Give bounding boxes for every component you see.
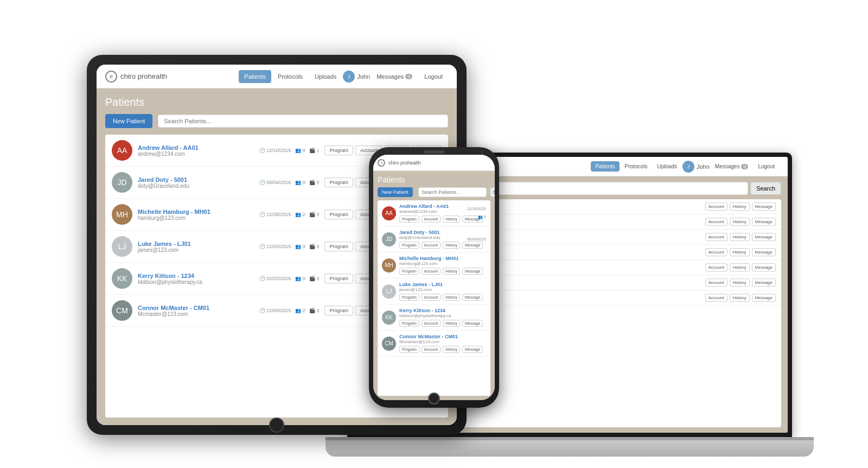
phone-program-btn-3[interactable]: Program (399, 268, 419, 275)
tablet-program-btn-1[interactable]: Program (324, 146, 353, 155)
laptop-nav-user: J John (682, 161, 710, 173)
laptop-row7-message-btn[interactable]: Message (752, 294, 776, 302)
tablet-search-input[interactable] (158, 115, 448, 128)
laptop-row7-account-btn[interactable]: Account (705, 294, 727, 302)
laptop-row1-account-btn[interactable]: Account (705, 203, 727, 211)
phone-patient-name-6[interactable]: Connor McMaster - CM01 (399, 334, 486, 339)
phone-message-btn-6[interactable]: Message (462, 346, 483, 353)
laptop-nav-patients[interactable]: Patients (591, 161, 619, 172)
phone-avatar-6: CM (382, 337, 396, 351)
phone-program-btn-1[interactable]: Program (399, 216, 419, 223)
tablet-program-btn-2[interactable]: Program (324, 178, 353, 187)
phone-patient-name-3[interactable]: Michelle Hamburg - MH01 (399, 256, 486, 261)
phone-search-btn[interactable]: Search (490, 187, 495, 197)
laptop-row5-account-btn[interactable]: Account (705, 263, 727, 271)
tablet-nav-uploads[interactable]: Uploads (309, 70, 342, 83)
tablet-patient-name-1[interactable]: Andrew Allard - AA01 (138, 144, 254, 151)
phone-patient-name-1[interactable]: Andrew Allard - AA01 (399, 204, 464, 209)
tablet-videos-3: 🎬 0 (309, 212, 319, 217)
tablet-new-patient-btn[interactable]: New Patient (105, 114, 152, 128)
tablet-home-button[interactable] (269, 418, 284, 433)
phone-history-btn-2[interactable]: History (443, 242, 460, 249)
laptop-row3-account-btn[interactable]: Account (705, 233, 727, 241)
phone-history-btn-5[interactable]: History (443, 320, 460, 327)
laptop-row6-account-btn[interactable]: Account (705, 279, 727, 287)
laptop-row1-history-btn[interactable]: History (730, 203, 750, 211)
phone-program-btn-4[interactable]: Program (399, 294, 419, 301)
tablet-program-btn-3[interactable]: Program (324, 210, 353, 219)
phone-patient-name-4[interactable]: Luke James - LJ01 (399, 282, 486, 287)
tablet-messages[interactable]: Messages 0 (371, 70, 418, 83)
tablet-user-name: John (357, 73, 370, 80)
tablet-logout[interactable]: Logout (419, 70, 448, 83)
laptop-row3-message-btn[interactable]: Message (752, 233, 776, 241)
phone-account-btn-4[interactable]: Account (422, 294, 441, 301)
tablet-users-5: 👥 0 (295, 276, 305, 281)
laptop-messages[interactable]: Messages 0 (711, 161, 753, 172)
phone-history-btn-1[interactable]: History (443, 216, 460, 223)
phone-history-btn-4[interactable]: History (443, 294, 460, 301)
tablet-avatar-6: CM (112, 300, 132, 321)
tablet-patient-name-3[interactable]: Michelle Hamburg - MH01 (138, 208, 254, 215)
tablet-patient-name-4[interactable]: Luke James - LJ01 (138, 241, 254, 247)
laptop-row5-message-btn[interactable]: Message (752, 263, 776, 271)
phone-avatar-5: KK (382, 311, 396, 325)
tablet-patient-name-2[interactable]: Jared Doty - 5001 (138, 176, 254, 183)
tablet-date-1: 🕐 12/10/2015 (259, 148, 291, 153)
phone-new-patient-btn[interactable]: New Patient (378, 187, 413, 197)
laptop-row4-message-btn[interactable]: Message (752, 248, 776, 256)
laptop-row4-history-btn[interactable]: History (730, 248, 750, 256)
laptop-row4-account-btn[interactable]: Account (705, 248, 727, 256)
phone-patient-name-5[interactable]: Kerry Kittson - 1234 (399, 308, 486, 313)
laptop-user-name: John (697, 163, 710, 170)
phone-patient-name-2[interactable]: Jared Doty - 5001 (399, 230, 464, 235)
phone-message-btn-5[interactable]: Message (462, 320, 483, 327)
laptop-row2-message-btn[interactable]: Message (752, 218, 776, 226)
phone-actions-6: Program Account History Message (399, 346, 486, 353)
phone-message-btn-2[interactable]: Message (462, 242, 483, 249)
laptop-nav-uploads[interactable]: Uploads (653, 161, 681, 172)
phone-account-btn-5[interactable]: Account (422, 320, 441, 327)
tablet-patient-name-5[interactable]: Kerry Kittson - 1234 (138, 273, 254, 279)
phone-patient-info-5: Kerry Kittson - 1234 kkittson@physiother… (399, 308, 486, 327)
laptop-row2-account-btn[interactable]: Account (705, 218, 727, 226)
phone-account-btn-1[interactable]: Account (422, 216, 441, 223)
tablet-page-title: Patients (105, 96, 448, 109)
phone-message-btn-3[interactable]: Message (462, 268, 483, 275)
phone-program-btn-2[interactable]: Program (399, 242, 419, 249)
phone-account-btn-2[interactable]: Account (422, 242, 441, 249)
phone-home-button[interactable] (428, 393, 440, 404)
phone-message-btn-4[interactable]: Message (462, 294, 483, 301)
laptop-row7-history-btn[interactable]: History (730, 294, 750, 302)
laptop-row6-message-btn[interactable]: Message (752, 279, 776, 287)
laptop-nav-links: Patients Protocols Uploads J John Messag… (591, 161, 779, 173)
phone-history-btn-6[interactable]: History (443, 346, 460, 353)
phone-account-btn-6[interactable]: Account (422, 346, 441, 353)
laptop-row2-history-btn[interactable]: History (730, 218, 750, 226)
laptop-row3-history-btn[interactable]: History (730, 233, 750, 241)
phone-account-btn-3[interactable]: Account (422, 268, 441, 275)
phone-program-btn-6[interactable]: Program (399, 346, 419, 353)
phone-search-input[interactable] (418, 187, 487, 197)
tablet-nav-protocols[interactable]: Protocols (272, 70, 308, 83)
phone-program-btn-5[interactable]: Program (399, 320, 419, 327)
laptop-logout[interactable]: Logout (754, 161, 779, 172)
tablet-nav-patients[interactable]: Patients (239, 70, 271, 83)
phone-actions-4: Program Account History Message (399, 294, 486, 301)
laptop-row6-history-btn[interactable]: History (730, 279, 750, 287)
phone-avatar-2: JD (382, 232, 396, 246)
tablet-program-btn-6[interactable]: Program (324, 306, 353, 315)
laptop-row1-message-btn[interactable]: Message (752, 203, 776, 211)
laptop-row5-history-btn[interactable]: History (730, 263, 750, 271)
phone-patient-email-5: kkittson@physiotherapy.ca (399, 313, 486, 318)
laptop-nav-protocols[interactable]: Protocols (621, 161, 652, 172)
tablet-program-btn-5[interactable]: Program (324, 274, 353, 283)
phone-camera (481, 150, 484, 154)
tablet-program-btn-4[interactable]: Program (324, 242, 353, 251)
phone-history-btn-3[interactable]: History (443, 268, 460, 275)
tablet-patient-name-6[interactable]: Connor McMaster - CM01 (138, 305, 254, 311)
tablet-videos-2: 🎬 0 (309, 180, 319, 185)
phone-logo-icon: ⊕ (378, 159, 385, 167)
tablet-patient-email-5: kkittson@physiotherapy.ca (138, 279, 254, 285)
laptop-search-btn[interactable]: Search (750, 182, 781, 195)
